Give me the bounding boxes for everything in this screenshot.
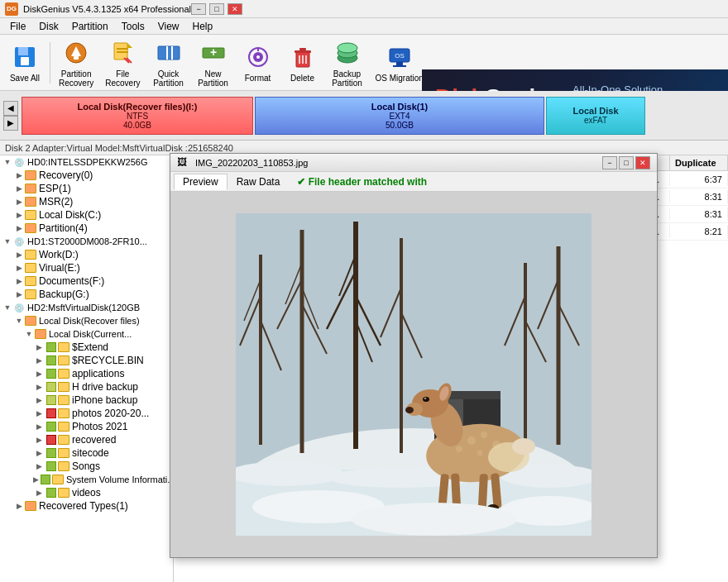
preview-restore-btn[interactable]: □ xyxy=(619,156,634,169)
tree-backupg[interactable]: ▶ Backup(G:) xyxy=(0,288,173,301)
menu-file[interactable]: File xyxy=(3,20,32,33)
window-controls[interactable]: − □ ✕ xyxy=(191,3,242,15)
menu-partition[interactable]: Partition xyxy=(65,20,115,33)
restore-btn[interactable]: □ xyxy=(209,3,224,15)
minimize-btn[interactable]: − xyxy=(191,3,206,15)
checkbox-recovered[interactable] xyxy=(46,435,56,445)
backup-partition-button[interactable]: BackupPartition xyxy=(326,35,369,91)
toggle-hdrivebackup[interactable]: ▶ xyxy=(33,381,45,393)
tree-applications[interactable]: ▶ applications xyxy=(0,367,173,380)
preview-window-controls[interactable]: − □ ✕ xyxy=(602,156,650,169)
tree-recovered[interactable]: ▶ recovered xyxy=(0,433,173,446)
partition-recovery-label: PartitionRecovery xyxy=(59,69,93,88)
new-partition-button[interactable]: + NewPartition xyxy=(192,35,235,91)
toggle-localrecover[interactable]: ▼ xyxy=(13,315,25,327)
checkbox-hdrivebackup[interactable] xyxy=(46,382,56,392)
tree-esp1[interactable]: ▶ ESP(1) xyxy=(0,182,173,195)
col-header-duplicate[interactable]: Duplicate xyxy=(670,155,728,170)
toggle-documentsf[interactable]: ▶ xyxy=(13,275,25,287)
toggle-photos2020[interactable]: ▶ xyxy=(33,408,45,419)
tree-recovery0[interactable]: ▶ Recovery(0) xyxy=(0,169,173,182)
tree-localcurrent[interactable]: ▼ Local Disk(Current... xyxy=(0,327,173,341)
toggle-videos[interactable]: ▶ xyxy=(33,487,45,499)
preview-tab-rawdata[interactable]: Raw Data xyxy=(228,174,290,190)
delete-button[interactable]: Delete xyxy=(281,39,324,86)
partition-local1[interactable]: Local Disk(1) EXT4 50.0GB xyxy=(255,97,544,135)
toggle-localcurrent[interactable]: ▼ xyxy=(23,328,35,340)
checkbox-photos2020[interactable] xyxy=(46,408,56,418)
checkbox-photos2021[interactable] xyxy=(46,422,56,432)
tree-recoveredtypes[interactable]: ▶ Recovered Types(1) xyxy=(0,499,173,513)
file-recovery-button[interactable]: FileRecovery xyxy=(100,35,145,91)
toggle-msr2[interactable]: ▶ xyxy=(13,196,25,208)
disk-nav-left[interactable]: ◀ xyxy=(3,101,18,116)
checkbox-sitecode[interactable] xyxy=(46,448,56,458)
tree-hd0[interactable]: ▼ 💿 HD0:INTELSSDPEKKW256G xyxy=(0,155,173,169)
tree-hd1[interactable]: ▼ 💿 HD1:ST2000DM008-2FR10... xyxy=(0,235,173,248)
quick-partition-button[interactable]: QuickPartition xyxy=(147,35,190,91)
disk-nav[interactable]: ◀ ▶ xyxy=(3,101,18,131)
format-button[interactable]: Format xyxy=(237,39,280,86)
tree-hdrivebackup[interactable]: ▶ H drive backup xyxy=(0,380,173,394)
toggle-hd0[interactable]: ▼ xyxy=(2,156,13,168)
tree-systemvolume[interactable]: ▶ System Volume Informati... xyxy=(0,473,173,486)
tree-recycle[interactable]: ▶ $RECYCLE.BIN xyxy=(0,354,173,367)
tree-documentsf[interactable]: ▶ Documents(F:) xyxy=(0,274,173,288)
toggle-extend[interactable]: ▶ xyxy=(33,341,45,353)
tree-partition4[interactable]: ▶ Partition(4) xyxy=(0,222,173,235)
checkbox-systemvolume[interactable] xyxy=(41,475,50,484)
tree-localrecover[interactable]: ▼ Local Disk(Recover files) xyxy=(0,314,173,327)
checkbox-applications[interactable] xyxy=(46,369,56,379)
toggle-applications[interactable]: ▶ xyxy=(33,368,45,379)
backup-partition-icon xyxy=(333,38,362,68)
toggle-songs[interactable]: ▶ xyxy=(33,460,45,472)
menu-disk[interactable]: Disk xyxy=(32,20,65,33)
preview-close-btn[interactable]: ✕ xyxy=(635,156,650,169)
tree-videos[interactable]: ▶ videos xyxy=(0,486,173,499)
toggle-recycle[interactable]: ▶ xyxy=(33,355,45,366)
tree-msr2[interactable]: ▶ MSR(2) xyxy=(0,195,173,208)
tree-extend[interactable]: ▶ $Extend xyxy=(0,341,173,354)
close-btn[interactable]: ✕ xyxy=(228,3,242,15)
toggle-recovered[interactable]: ▶ xyxy=(33,434,45,446)
toggle-viruale[interactable]: ▶ xyxy=(13,262,25,274)
menu-view[interactable]: View xyxy=(151,20,186,33)
toggle-localc[interactable]: ▶ xyxy=(13,209,25,221)
tree-songs[interactable]: ▶ Songs xyxy=(0,460,173,473)
tree-photos2021[interactable]: ▶ Photos 2021 xyxy=(0,420,173,433)
preview-minimize-btn[interactable]: − xyxy=(602,156,617,169)
toggle-backupg[interactable]: ▶ xyxy=(13,289,25,300)
disk-nav-right[interactable]: ▶ xyxy=(3,116,18,131)
tree-sitecode[interactable]: ▶ sitecode xyxy=(0,446,173,460)
checkbox-videos[interactable] xyxy=(46,488,56,498)
toggle-iphonebackup[interactable]: ▶ xyxy=(33,394,45,406)
partition-recover-files[interactable]: Local Disk(Recover files)(I:) NTFS 40.0G… xyxy=(22,97,253,135)
checkbox-extend[interactable] xyxy=(46,342,56,352)
tree-localc[interactable]: ▶ Local Disk(C:) xyxy=(0,208,173,222)
toggle-sitecode[interactable]: ▶ xyxy=(33,447,45,459)
checkbox-songs[interactable] xyxy=(46,461,56,471)
partition-local2[interactable]: Local Disk exFAT xyxy=(546,97,645,135)
toggle-esp1[interactable]: ▶ xyxy=(13,183,25,194)
checkbox-recycle[interactable] xyxy=(46,355,56,365)
tree-viruale[interactable]: ▶ Virual(E:) xyxy=(0,261,173,274)
toggle-recovery0[interactable]: ▶ xyxy=(13,169,25,181)
toggle-photos2021[interactable]: ▶ xyxy=(33,421,45,432)
toggle-hd2[interactable]: ▼ xyxy=(2,302,13,313)
menu-help[interactable]: Help xyxy=(186,20,220,33)
tree-hd2[interactable]: ▼ 💿 HD2:MsftVirtualDisk(120GB xyxy=(0,301,173,314)
tree-workd[interactable]: ▶ Work(D:) xyxy=(0,248,173,261)
toggle-workd[interactable]: ▶ xyxy=(13,249,25,260)
preview-tab-preview[interactable]: Preview xyxy=(174,174,228,190)
tree-photos2020[interactable]: ▶ photos 2020-20... xyxy=(0,407,173,420)
toggle-hd1[interactable]: ▼ xyxy=(2,236,13,247)
save-all-button[interactable]: Save All xyxy=(3,39,46,86)
checkbox-iphonebackup[interactable] xyxy=(46,395,56,405)
partition-recovery-button[interactable]: PartitionRecovery xyxy=(54,35,98,91)
os-migration-button[interactable]: OS OS Migration xyxy=(371,39,429,86)
toggle-recoveredtypes[interactable]: ▶ xyxy=(13,500,25,512)
tree-iphonebackup[interactable]: ▶ iPhone backup xyxy=(0,394,173,407)
menu-tools[interactable]: Tools xyxy=(115,20,151,33)
toggle-systemvolume[interactable]: ▶ xyxy=(33,474,39,485)
toggle-partition4[interactable]: ▶ xyxy=(13,222,25,234)
